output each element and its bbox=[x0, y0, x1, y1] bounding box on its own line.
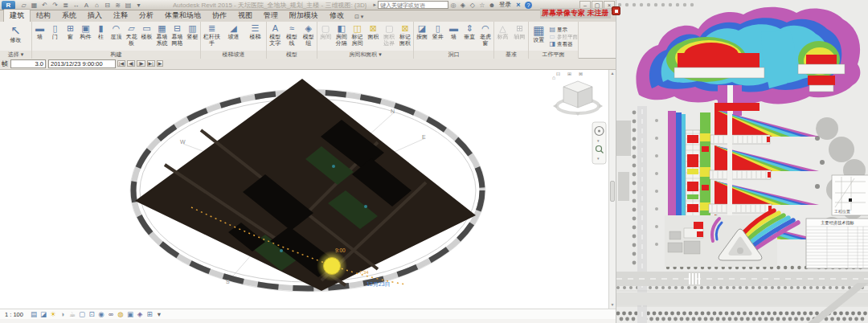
panel-label[interactable]: 基准 bbox=[494, 51, 528, 59]
play-button[interactable]: ▶ bbox=[157, 60, 164, 67]
sign-in-avatar-icon[interactable]: ☻ bbox=[487, 2, 497, 9]
qat-user-interface-icon[interactable]: ▤ bbox=[123, 2, 133, 9]
ribbon-button-墙[interactable]: ▬墙 bbox=[32, 22, 47, 51]
subscription-icon[interactable]: ◇ bbox=[468, 2, 477, 9]
detail-level-icon[interactable]: ▤ bbox=[29, 309, 39, 319]
next-frame-button[interactable]: |▶ bbox=[137, 60, 145, 67]
last-frame-button[interactable]: ▶| bbox=[147, 60, 155, 67]
panel-label[interactable]: 楼梯坡道 bbox=[201, 51, 266, 59]
ribbon-button-标记面积[interactable]: ⊠标记面积 bbox=[397, 22, 413, 51]
show-analytical-model-icon[interactable]: ◈ bbox=[135, 309, 145, 319]
application-menu-button[interactable]: R bbox=[2, 1, 15, 10]
ribbon-button-房间[interactable]: ▢房间 bbox=[317, 22, 334, 51]
search-icon[interactable]: ◎ bbox=[448, 2, 458, 9]
search-input[interactable] bbox=[378, 1, 448, 9]
qat-section-icon[interactable]: ⊟ bbox=[102, 2, 113, 9]
scrollbar-thumb[interactable] bbox=[610, 181, 615, 202]
unlocked-3d-view-icon[interactable]: ◉ bbox=[96, 309, 106, 319]
ribbon-button-房间分隔[interactable]: ◧房间分隔 bbox=[334, 22, 350, 51]
ribbon-button-面积边界[interactable]: ▢面积边界 bbox=[381, 22, 397, 51]
qat-undo-icon[interactable]: ↶ bbox=[39, 2, 50, 9]
visual-style-icon[interactable]: ◪ bbox=[39, 309, 48, 319]
view-cube[interactable]: ⌂ bbox=[552, 75, 603, 116]
ribbon-button-设置[interactable]: ▦设置 bbox=[529, 22, 548, 51]
ribbon-button-柱[interactable]: ▮柱 bbox=[93, 22, 108, 51]
qat-print-icon[interactable]: ≣ bbox=[60, 2, 71, 9]
ribbon-button-按面[interactable]: ◪按面 bbox=[414, 22, 430, 51]
panel-label[interactable]: 工作平面 bbox=[529, 51, 578, 59]
ribbon-button-构件[interactable]: ▣构件 bbox=[78, 22, 93, 51]
sun[interactable] bbox=[324, 258, 341, 275]
viewport-option-icon[interactable]: ⊡ bbox=[556, 72, 560, 76]
show-constraints-icon[interactable]: ⊞ bbox=[145, 309, 154, 319]
ribbon-tab-修改[interactable]: 修改 bbox=[324, 10, 350, 22]
ribbon-button-竖井[interactable]: ▯竖井 bbox=[430, 22, 446, 51]
first-frame-button[interactable]: |◀ bbox=[117, 60, 125, 67]
ribbon-tab-插入[interactable]: 插入 bbox=[82, 10, 108, 22]
viewport-option-icon[interactable]: ⊠ bbox=[579, 72, 583, 76]
ribbon-tab-options-icon[interactable]: ⊡ ▾ bbox=[354, 14, 363, 22]
ribbon-button-墙[interactable]: ▬墙 bbox=[446, 22, 462, 51]
scale-control[interactable]: 1 : 100 bbox=[5, 311, 23, 318]
ribbon-button-轴网[interactable]: ⊞轴网 bbox=[511, 22, 528, 51]
ribbon-button-参照平面[interactable]: ▭参照平面 bbox=[548, 33, 578, 40]
ribbon-button-修改[interactable]: ↖修改 bbox=[0, 22, 31, 51]
ribbon-tab-分析[interactable]: 分析 bbox=[133, 10, 159, 22]
viewport-option-icon[interactable]: ⊞ bbox=[567, 72, 571, 76]
favorites-icon[interactable]: ☆ bbox=[477, 2, 487, 9]
panel-label[interactable]: 洞口 bbox=[414, 51, 493, 59]
ribbon-button-栏杆扶手[interactable]: ≣栏杆扶手 bbox=[201, 22, 223, 51]
ribbon-button-屋顶[interactable]: ◠屋顶 bbox=[108, 22, 124, 51]
ribbon-button-天花板[interactable]: ▱天花板 bbox=[124, 22, 139, 51]
qat-thin-lines-icon[interactable]: ≋ bbox=[113, 2, 123, 9]
ribbon-tab-视图[interactable]: 视图 bbox=[232, 10, 258, 22]
qat-open-icon[interactable]: ▱ bbox=[18, 2, 29, 9]
infocenter-collapse-icon[interactable]: ▸ bbox=[373, 2, 376, 8]
ribbon-button-楼板[interactable]: ▭楼板 bbox=[139, 22, 154, 51]
ribbon-button-老虎窗[interactable]: ◠老虎窗 bbox=[477, 22, 493, 51]
ribbon-button-模型线[interactable]: ≈模型线 bbox=[284, 22, 301, 51]
ribbon-button-竖梃[interactable]: ▥竖梃 bbox=[185, 22, 200, 51]
ribbon-tab-系统[interactable]: 系统 bbox=[56, 10, 82, 22]
ribbon-tab-管理[interactable]: 管理 bbox=[258, 10, 284, 22]
ribbon-button-模型组[interactable]: ◈模型组 bbox=[300, 22, 317, 51]
scroll-up-icon[interactable]: ▲ bbox=[609, 70, 616, 77]
frame-input[interactable]: 3.0 bbox=[10, 59, 46, 68]
qat-redo-icon[interactable]: ↷ bbox=[50, 2, 60, 9]
ribbon-button-显示[interactable]: ▤显示 bbox=[548, 26, 578, 33]
ribbon-tab-结构[interactable]: 结构 bbox=[31, 10, 56, 22]
ribbon-button-窗[interactable]: ⊞窗 bbox=[63, 22, 78, 51]
qat-text-icon[interactable]: A bbox=[81, 2, 92, 9]
more-icon[interactable]: ▾ bbox=[154, 309, 164, 319]
previous-frame-button[interactable]: ◀| bbox=[127, 60, 135, 67]
ribbon-button-幕墙系统[interactable]: ▦幕墙系统 bbox=[154, 22, 170, 51]
crop-view-icon[interactable]: ▢ bbox=[77, 309, 87, 319]
ribbon-tab-注释[interactable]: 注释 bbox=[108, 10, 133, 22]
sign-in-label[interactable]: 登录 bbox=[499, 1, 511, 9]
communication-center-icon[interactable]: ◈ bbox=[458, 2, 468, 9]
panel-label[interactable]: 选择 ▾ bbox=[0, 51, 31, 59]
sun-path-icon[interactable]: ☀ bbox=[48, 309, 58, 319]
ribbon-tab-体量和场地[interactable]: 体量和场地 bbox=[159, 10, 207, 22]
ribbon-button-楼梯[interactable]: ☰楼梯 bbox=[244, 22, 266, 51]
ribbon-button-坡道[interactable]: ◢坡道 bbox=[223, 22, 244, 51]
ribbon-button-标记房间[interactable]: ◫标记房间 bbox=[350, 22, 366, 51]
ribbon-button-幕墙网格[interactable]: ⊟幕墙网格 bbox=[170, 22, 185, 51]
reveal-hidden-elements-icon[interactable]: ◍ bbox=[116, 309, 125, 319]
exchange-apps-icon[interactable]: × bbox=[514, 1, 523, 9]
navigation-bar[interactable]: ▾ ▾ bbox=[592, 122, 606, 164]
ribbon-button-模型文字[interactable]: A模型文字 bbox=[267, 22, 284, 51]
ribbon-tab-附加模块[interactable]: 附加模块 bbox=[284, 10, 324, 22]
vertical-scrollbar[interactable]: ▲ ▼ bbox=[608, 70, 616, 309]
qat-customize-qat-icon[interactable]: ▾ bbox=[133, 2, 144, 9]
ribbon-button-标高[interactable]: △标高 bbox=[494, 22, 511, 51]
show-crop-region-icon[interactable]: ⊡ bbox=[87, 309, 96, 319]
3d-view-canvas[interactable]: 9:00 7:34 12月23日 N E S W ⊡ ⊞ ⊠ bbox=[0, 70, 616, 309]
home-icon[interactable]: ⌂ bbox=[552, 75, 555, 80]
viewport-corner-controls[interactable]: ⊡ ⊞ ⊠ bbox=[556, 72, 583, 76]
shadows-icon[interactable]: ◑ bbox=[58, 309, 68, 319]
scroll-down-icon[interactable]: ▼ bbox=[609, 301, 616, 309]
ribbon-tab-协作[interactable]: 协作 bbox=[207, 10, 232, 22]
panel-label[interactable]: 模型 bbox=[267, 51, 317, 59]
help-icon[interactable]: ? bbox=[525, 2, 532, 9]
